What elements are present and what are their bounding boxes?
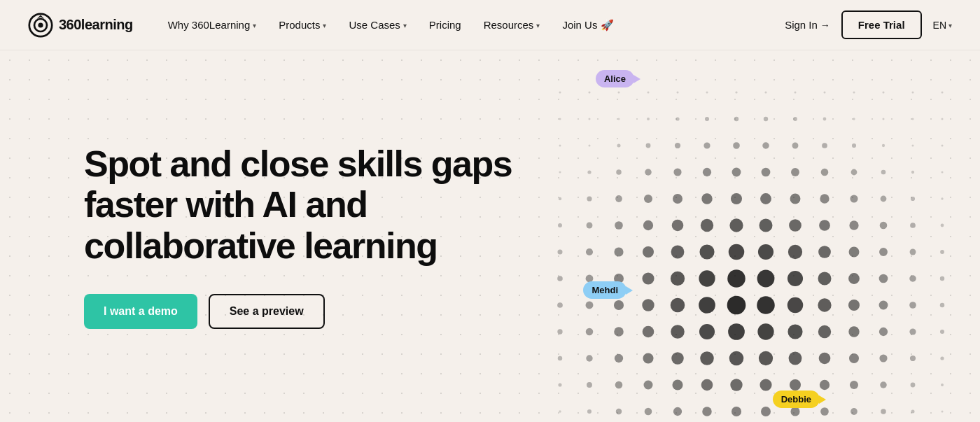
- svg-point-101: [557, 276, 563, 281]
- svg-point-39: [792, 143, 799, 149]
- svg-point-100: [940, 250, 944, 254]
- svg-point-138: [818, 325, 831, 338]
- svg-point-104: [642, 272, 654, 284]
- svg-point-14: [883, 92, 885, 94]
- svg-point-32: [589, 145, 591, 147]
- svg-point-159: [615, 381, 623, 389]
- svg-point-13: [853, 92, 855, 94]
- svg-point-89: [614, 247, 623, 256]
- svg-point-34: [646, 143, 651, 148]
- nav-item-joinus[interactable]: Join Us 🚀: [552, 13, 623, 37]
- demo-button[interactable]: I want a demo: [84, 294, 197, 329]
- svg-point-64: [701, 193, 712, 204]
- svg-point-24: [764, 117, 768, 121]
- svg-point-145: [615, 354, 623, 363]
- svg-point-51: [732, 168, 741, 177]
- svg-point-169: [911, 383, 916, 388]
- avatar-alice: Alice: [596, 70, 640, 87]
- language-selector[interactable]: EN ▾: [933, 20, 952, 31]
- hero-content: Spot and close skills gaps faster with A…: [84, 143, 512, 329]
- svg-point-92: [699, 244, 714, 259]
- svg-point-175: [673, 407, 682, 416]
- svg-point-156: [940, 356, 944, 360]
- svg-point-160: [644, 381, 653, 390]
- svg-point-88: [586, 248, 593, 255]
- svg-point-153: [849, 353, 859, 363]
- svg-point-105: [671, 272, 685, 286]
- svg-point-41: [852, 143, 856, 148]
- nav-item-resources[interactable]: Resources ▾: [474, 13, 550, 36]
- svg-point-79: [729, 218, 743, 232]
- svg-point-63: [673, 194, 682, 204]
- svg-point-106: [699, 270, 715, 286]
- svg-point-164: [760, 379, 771, 391]
- svg-point-120: [699, 297, 715, 314]
- svg-point-99: [910, 249, 916, 255]
- mehdi-bubble: Mehdi: [583, 281, 626, 299]
- alice-arrow: [634, 75, 640, 83]
- svg-point-74: [587, 223, 593, 229]
- nav-item-usecases[interactable]: Use Cases ▾: [339, 13, 416, 36]
- svg-point-22: [705, 117, 709, 121]
- svg-point-121: [727, 296, 746, 315]
- svg-point-9: [735, 91, 737, 93]
- chevron-down-icon: ▾: [536, 22, 540, 29]
- svg-point-68: [820, 194, 829, 203]
- svg-point-109: [788, 271, 803, 286]
- svg-point-35: [675, 143, 680, 148]
- svg-point-157: [558, 383, 561, 386]
- svg-point-122: [757, 296, 775, 314]
- svg-point-77: [672, 220, 684, 232]
- svg-point-15: [912, 92, 914, 94]
- svg-point-67: [790, 194, 801, 204]
- logo[interactable]: 360learning: [28, 13, 133, 38]
- svg-point-152: [819, 353, 831, 365]
- svg-point-31: [559, 145, 561, 147]
- svg-point-107: [727, 269, 746, 288]
- svg-point-170: [941, 384, 944, 386]
- chevron-down-icon: ▾: [403, 22, 407, 29]
- svg-point-82: [819, 220, 830, 231]
- nav-item-pricing[interactable]: Pricing: [419, 13, 471, 36]
- alice-bubble: Alice: [596, 70, 634, 87]
- mehdi-arrow: [626, 286, 633, 295]
- svg-point-161: [672, 379, 682, 390]
- svg-point-84: [880, 222, 888, 230]
- svg-point-141: [909, 328, 916, 335]
- svg-point-134: [699, 324, 715, 339]
- nav-item-why[interactable]: Why 360Learning ▾: [158, 13, 267, 36]
- nav-right: Sign In → Free Trial EN ▾: [785, 10, 952, 39]
- svg-point-2: [38, 22, 43, 27]
- preview-button[interactable]: See a preview: [209, 294, 325, 329]
- hero-section: Spot and close skills gaps faster with A…: [0, 50, 980, 422]
- svg-point-135: [728, 323, 745, 340]
- nav-item-products[interactable]: Products ▾: [269, 13, 336, 36]
- svg-point-50: [703, 168, 711, 176]
- svg-point-3: [559, 92, 561, 94]
- svg-point-28: [883, 118, 885, 120]
- svg-point-163: [730, 379, 742, 391]
- avatar-mehdi: Mehdi: [583, 281, 633, 299]
- svg-point-117: [614, 300, 624, 310]
- free-trial-button[interactable]: Free Trial: [841, 10, 922, 39]
- debbie-arrow: [819, 395, 826, 404]
- svg-point-96: [818, 246, 831, 258]
- svg-point-111: [848, 273, 860, 284]
- svg-point-132: [643, 326, 654, 338]
- nav-links: Why 360Learning ▾ Products ▾ Use Cases ▾…: [158, 13, 785, 37]
- svg-point-30: [941, 118, 944, 120]
- svg-point-93: [729, 244, 744, 260]
- svg-point-155: [910, 356, 916, 361]
- svg-point-133: [671, 325, 685, 339]
- svg-point-80: [759, 218, 772, 232]
- svg-point-174: [645, 408, 652, 416]
- svg-point-177: [732, 407, 741, 416]
- svg-point-61: [615, 195, 622, 202]
- sign-in-link[interactable]: Sign In →: [785, 19, 830, 31]
- svg-point-18: [589, 118, 591, 120]
- svg-point-36: [704, 142, 710, 148]
- svg-point-44: [941, 145, 944, 147]
- svg-point-45: [559, 171, 561, 174]
- svg-point-143: [558, 356, 562, 360]
- svg-point-4: [589, 92, 591, 94]
